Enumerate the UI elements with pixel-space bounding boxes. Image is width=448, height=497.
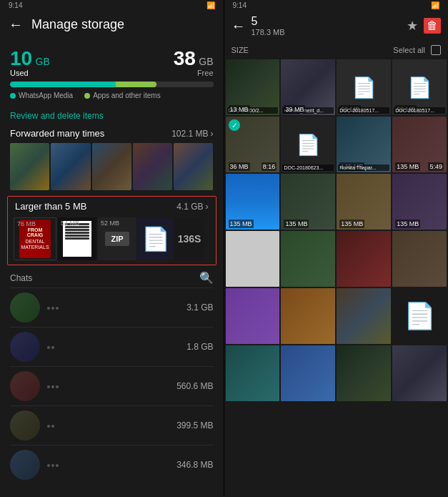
grid-cell-5-1[interactable] (226, 288, 280, 344)
forwarded-thumbnails (0, 143, 224, 195)
avatar-5 (10, 450, 40, 480)
forwarded-section[interactable]: Forwarded many times 102.1 MB › (0, 124, 224, 143)
review-link[interactable]: Review and delete items (0, 105, 224, 124)
star-button[interactable]: ★ (407, 18, 418, 34)
grid-cell-4-4[interactable] (392, 231, 447, 287)
grid-cell-1-3[interactable]: 📄 52 MB DOC-20180517... (337, 59, 391, 115)
grid-cell-6-4[interactable] (392, 345, 447, 401)
storage-legend: WhatsApp Media Apps and other items (10, 92, 214, 99)
grid-cell-3-3[interactable]: 135 MB (337, 174, 391, 230)
grid-row-4 (226, 231, 447, 287)
grid-cell-3-2[interactable]: 135 MB (281, 174, 335, 230)
select-all-checkbox[interactable] (431, 45, 441, 55)
right-panel: 9:14 📶 ← 5 178.3 MB ★ 🗑 SIZE Select all (224, 0, 449, 497)
grid-cell-6-1[interactable] (226, 345, 280, 401)
chat-size-3: 560.6 MB (176, 381, 213, 391)
larger-thumb-1: 76 MB FROM CRAIG DENTAL MATERIALS (14, 217, 56, 260)
grid-cell-2-3[interactable]: 135 MB Romila Thapar... (337, 117, 391, 172)
back-button[interactable]: ← (9, 16, 23, 33)
grid-cell-4-2[interactable] (281, 231, 335, 287)
left-time: 9:14 (9, 1, 22, 9)
chat-dots-3 (47, 385, 59, 388)
grid-cell-2-4[interactable]: 135 MB 5:49 (392, 117, 447, 172)
grid-row-2: ✓ 36 MB 8:16 📄 DOC-20180623... 135 MB Ro… (226, 117, 447, 172)
forwarded-thumb-3 (92, 143, 131, 190)
larger-header: Larger than 5 MB 4.1 GB › (8, 197, 216, 216)
counter-label: 136S (178, 233, 201, 245)
chat-item-1[interactable]: 3.1 GB (10, 287, 214, 327)
right-status-icons: 📶 (431, 1, 439, 9)
grid-cell-3-4[interactable]: 135 MB (392, 174, 447, 230)
grid-cell-1-2[interactable]: revised_merit_d... 39 MB (281, 59, 335, 115)
larger-thumb-4: 📄 (138, 217, 174, 260)
avatar-3 (10, 371, 40, 401)
left-header: ← Manage storage (0, 9, 224, 40)
forwarded-thumb-1 (10, 143, 49, 190)
page-file-icon: 📄 (404, 301, 436, 331)
chat-dots-1 (47, 307, 59, 310)
chat-item-3[interactable]: 560.6 MB (10, 366, 214, 405)
larger-label: Larger than 5 MB (15, 201, 86, 212)
grid-cell-3-1[interactable]: 135 MB (226, 174, 280, 230)
forwarded-size: 102.1 MB › (171, 129, 213, 139)
grid-row-1: DOC-20200/2... 13 MB revised_merit_d... … (226, 59, 447, 115)
chat-dots-4 (47, 425, 54, 428)
left-status-bar: 9:14 📶 (0, 0, 224, 9)
apps-dot (84, 93, 90, 99)
larger-thumbnails: 76 MB FROM CRAIG DENTAL MATERIALS 54 MB (8, 216, 216, 265)
grid-cell-5-4[interactable]: 📄 (392, 288, 447, 344)
chats-section: Chats 🔍 3.1 GB (0, 267, 224, 486)
right-back-button[interactable]: ← (232, 18, 246, 34)
delete-icon: 🗑 (427, 19, 438, 32)
doc-file-icon: 📄 (141, 225, 170, 252)
chat-item-5[interactable]: 346.8 MB (10, 445, 214, 484)
right-status-bar: 9:14 📶 (224, 0, 449, 9)
chat-item-2[interactable]: 1.8 GB (10, 327, 214, 366)
right-header: ← 5 178.3 MB ★ 🗑 (224, 9, 449, 42)
grid-cell-5-3[interactable] (337, 288, 391, 344)
grid-cell-5-2[interactable] (281, 288, 335, 344)
chat-size-4: 399.5 MB (176, 420, 213, 430)
chats-header: Chats 🔍 (10, 271, 214, 285)
chat-item-4[interactable]: 399.5 MB (10, 405, 214, 445)
doc-icon-1: 📄 (352, 76, 377, 99)
forwarded-thumb-5 (174, 143, 213, 190)
delete-button[interactable]: 🗑 (424, 18, 441, 34)
progress-fill (10, 82, 156, 87)
larger-chevron: › (206, 202, 209, 212)
used-label: Used (10, 69, 50, 77)
left-status-icons: 📶 (206, 1, 215, 9)
avatar-2 (10, 332, 40, 362)
grid-cell-2-2[interactable]: 📄 DOC-20180623... (281, 117, 335, 172)
legend-whatsapp: WhatsApp Media (10, 92, 73, 99)
right-subheader: SIZE Select all (224, 42, 449, 58)
grid-cell-6-2[interactable] (281, 345, 335, 401)
grid-cell-4-3[interactable] (337, 231, 391, 287)
grid-row-3: 135 MB 135 MB 135 MB 135 MB (226, 174, 447, 230)
grid-cell-1-1[interactable]: DOC-20200/2... 13 MB (226, 59, 280, 115)
left-panel: 9:14 📶 ← Manage storage 10 GB Used 38 GB… (0, 0, 224, 497)
right-time: 9:14 (233, 1, 247, 9)
grid-cell-2-1[interactable]: ✓ 36 MB 8:16 (226, 117, 280, 172)
search-icon[interactable]: 🔍 (199, 271, 214, 285)
forwarded-thumb-4 (133, 143, 172, 190)
size-label: SIZE (232, 46, 249, 54)
larger-section[interactable]: Larger than 5 MB 4.1 GB › 76 MB FROM CRA… (7, 196, 216, 265)
larger-thumb-3: 52 MB ZIP (98, 217, 136, 260)
storage-info: 10 GB Used 38 GB Free WhatsApp Media App… (0, 40, 224, 105)
grid-cell-4-1[interactable] (226, 231, 280, 287)
avatar-4 (10, 410, 40, 441)
forwarded-label: Forwarded many times (10, 128, 104, 139)
grid-row-6 (226, 345, 447, 401)
apps-label: Apps and other items (93, 92, 161, 99)
select-all-label: Select all (393, 46, 425, 54)
chat-dots-2 (47, 346, 54, 349)
image-grid: DOC-20200/2... 13 MB revised_merit_d... … (224, 58, 449, 497)
whatsapp-dot (10, 93, 16, 99)
doc-icon-2: 📄 (407, 76, 432, 99)
page-title: Manage storage (31, 17, 124, 32)
grid-cell-1-4[interactable]: 📄 52 MB DOC-20180517... (392, 59, 447, 115)
grid-cell-6-3[interactable] (337, 345, 391, 401)
used-value: 10 (10, 47, 32, 69)
free-label: Free (174, 69, 214, 77)
